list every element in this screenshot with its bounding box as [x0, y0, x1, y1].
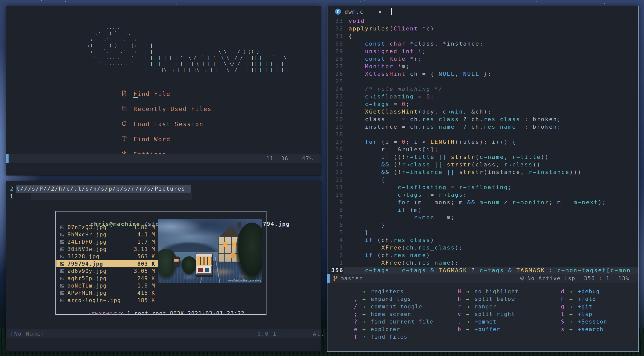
file-row[interactable]: 9hMxcHr.jpg4.1 M [56, 231, 158, 238]
star [510, 4, 511, 4]
code-line[interactable]: 29 unsigned int i; [327, 48, 638, 55]
arrow-icon: → [565, 310, 578, 318]
code-area[interactable]: 33void32applyrules(Client *c)31{30 const… [327, 17, 638, 274]
branch-name: master [341, 275, 363, 281]
file-name: 07nEzQ3.jpg [67, 224, 134, 230]
code-line[interactable]: 21 XGetClassHint(dpy, c→win, &ch); [327, 108, 638, 116]
whichkey-description: +emmet [474, 318, 497, 326]
whichkey-binding: v→split right [446, 310, 519, 318]
code-line[interactable]: 2 if (ch.res_name) [327, 252, 638, 259]
file-size: 415 K [137, 290, 155, 296]
code-line[interactable]: 15 if ((!r→title || strstr(c→name, r→tit… [327, 153, 638, 161]
buffer-line-1[interactable]: 1 [6, 193, 321, 200]
code-line[interactable]: 22 c→tags = 0; [327, 100, 638, 108]
code-line[interactable]: 6 } [327, 221, 638, 229]
code-line[interactable]: 3 XFree(ch.res_class); [327, 244, 638, 252]
code-line[interactable]: 28 const Rule *r; [327, 55, 638, 63]
close-icon[interactable]: × [378, 9, 382, 15]
arrow-icon: → [358, 288, 371, 295]
whichkey-key: l [550, 310, 565, 318]
file-name: ad6v90y.jpg [67, 268, 134, 274]
whichkey-description: split right [474, 310, 515, 318]
code-line-current[interactable]: 356 c→tags = c→tags & TAGMASK ? c→tags &… [327, 267, 638, 274]
code-line[interactable]: 4 if (ch.res_class) [327, 236, 638, 244]
star [41, 0, 42, 1]
file-row[interactable]: 30iNVBw.jpg3.11 M [56, 245, 158, 253]
whichkey-binding: ,→expand tags [343, 295, 433, 303]
code-line[interactable]: 11 c→isfloating = r→isfloating; [327, 184, 638, 191]
star [257, 0, 257, 1]
code-line[interactable]: 17 for (i = 0; i < LENGTH(rules); i++) { [327, 138, 638, 146]
git-branch-icon [333, 276, 338, 281]
line-number: 25 [327, 78, 344, 85]
code-line[interactable]: 5 } [327, 229, 638, 236]
arrow-icon: → [358, 303, 371, 310]
file-row[interactable]: 24LrDFQ.jpg1.7 M [56, 238, 158, 245]
whichkey-binding: f→find files [343, 333, 433, 341]
whichkey-binding: e→explorer [343, 326, 433, 333]
code-line[interactable]: 26 XClassHint ch = { NULL, NULL }; [327, 70, 638, 78]
file-row[interactable]: 31228.jpg563 K [56, 253, 158, 260]
code-line[interactable]: 8 if (m) [327, 206, 638, 214]
line-number: 24 [327, 85, 344, 93]
code-line[interactable]: 20 class = ch.res_class ? ch.res_class :… [327, 116, 638, 123]
file-row[interactable]: ad6v90y.jpg3.05 M [56, 267, 158, 275]
star [207, 0, 207, 1]
arrow-icon: → [358, 318, 371, 326]
code-text: applyrules(Client *c) [344, 25, 638, 32]
file-row[interactable]: aoNcTLm.jpg1.9 M [56, 282, 158, 289]
code-line[interactable]: 9 for (m = mons; m && m→num ≠ r→monitor;… [327, 199, 638, 206]
menu-item-label: Recently Used Files [133, 106, 212, 112]
code-line[interactable]: 12 { [327, 176, 638, 184]
tab-dwm-c[interactable]: C dwm.c × [335, 6, 382, 17]
code-line[interactable]: 23 c→isfloating = 0; [327, 93, 638, 100]
file-row[interactable]: aghr5Ip.jpg249 K [56, 275, 158, 282]
menu-item-load-last-session[interactable]: Load Last Session [6, 117, 321, 132]
menu-item-label: Find File [133, 91, 171, 97]
file-row[interactable]: APwFMIM.jpg415 K [56, 289, 158, 297]
file-row[interactable]: 799794.jpg803 K [56, 260, 158, 267]
code-text: const char *class, *instance; [344, 40, 638, 48]
line-number: 1 [327, 259, 344, 267]
code-line[interactable]: 14 && (!r→class || strstr(class, r→class… [327, 161, 638, 168]
arrow-icon: → [461, 310, 474, 318]
star [177, 4, 177, 5]
lunarvim-dashboard-window: _ ..... _ .' (_` '. : .' `. : _ :) ( ) (… [6, 6, 321, 175]
code-line[interactable]: 16 r = &rules[i]; [327, 146, 638, 153]
whichkey-description: +debug [578, 288, 600, 295]
file-name: arco-login~.jpg [67, 297, 137, 303]
whichkey-binding: H→no highlight [446, 288, 519, 295]
code-line[interactable]: 19 instance = ch.res_name ? ch.res_name … [327, 123, 638, 131]
code-line[interactable]: 24 /* rule matching */ [327, 85, 638, 93]
whichkey-key: " [343, 288, 358, 295]
file-row[interactable]: 07nEzQ3.jpg1.86 M [56, 224, 158, 231]
whichkey-binding: b→+buffer [446, 326, 519, 333]
code-line[interactable]: 18 [327, 131, 638, 138]
code-line[interactable]: 27 Monitor *m; [327, 63, 638, 70]
file-size: 185 K [137, 297, 155, 303]
file-name: 9hMxcHr.jpg [67, 232, 137, 238]
whichkey-column-2: H→no highlighth→split belowr→rangerv→spl… [446, 288, 519, 333]
statusline-accent [327, 274, 330, 283]
file-name: 30iNVBw.jpg [67, 246, 134, 252]
image-file-icon [60, 276, 67, 281]
menu-item-find-word[interactable]: Find Word [6, 132, 321, 147]
file-row[interactable]: arco-login~.jpg185 K [56, 297, 158, 304]
code-line[interactable]: 7 c→mon = m; [327, 214, 638, 221]
file-size: 4.1 M [137, 232, 155, 238]
code-line[interactable]: 1 XFree(ch.res_name); [327, 259, 638, 267]
image-file-icon [60, 240, 67, 244]
menu-item-find-file[interactable]: Find File [6, 86, 321, 101]
menu-item-recently-used-files[interactable]: Recently Used Files [6, 101, 321, 117]
code-line[interactable]: 33void [327, 17, 638, 25]
buffer-line-2[interactable]: 2t///s/P//2/h/c/.l/s/n/s/p/p/s/r/r/s/Pic… [6, 185, 321, 193]
code-line[interactable]: 10 c→tags |= r→tags; [327, 191, 638, 199]
line-number: 9 [327, 199, 344, 206]
code-line[interactable]: 32applyrules(Client *c) [327, 25, 638, 32]
code-line[interactable]: 13 && (!r→instance || strstr(instance, r… [327, 168, 638, 176]
whichkey-binding: ;→home screen [343, 310, 433, 318]
line-number: 29 [327, 48, 344, 55]
code-line[interactable]: 30 const char *class, *instance; [327, 40, 638, 48]
code-line[interactable]: 25 [327, 78, 638, 85]
code-line[interactable]: 31{ [327, 32, 638, 40]
